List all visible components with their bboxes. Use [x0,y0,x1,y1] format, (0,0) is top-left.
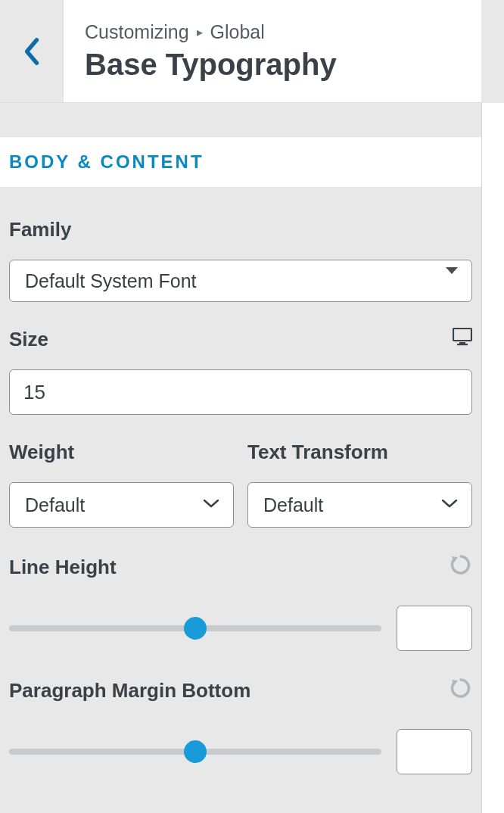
spacer [0,103,481,136]
line-height-label: Line Height [9,556,117,579]
paragraph-margin-bottom-slider-thumb[interactable] [184,740,207,763]
text-transform-label: Text Transform [247,441,472,464]
breadcrumb: Customizing ▸ Global [85,21,481,43]
family-select[interactable]: Default System Font [9,260,472,302]
paragraph-margin-bottom-value-input[interactable] [397,729,472,774]
svg-rect-2 [457,344,468,345]
size-label: Size [9,328,48,351]
text-transform-select-value: Default [263,494,323,516]
weight-select[interactable]: Default [9,482,234,528]
line-height-slider-thumb[interactable] [184,617,207,640]
line-height-reset-button[interactable] [450,553,472,581]
chevron-down-icon [441,498,458,512]
paragraph-margin-bottom-label: Paragraph Margin Bottom [9,679,250,702]
field-family: Family Default System Font [9,218,472,302]
reset-icon [450,677,472,699]
paragraph-margin-bottom-reset-button[interactable] [450,677,472,705]
back-button[interactable] [0,0,64,102]
line-height-slider[interactable] [9,625,381,631]
breadcrumb-separator-icon: ▸ [197,25,203,39]
preview-pane-edge [481,103,504,813]
section-heading-body-content: BODY & CONTENT [0,136,481,188]
reset-icon [450,553,472,576]
field-weight: Weight Default [9,441,234,528]
responsive-device-button[interactable] [453,328,472,351]
panel-title: Base Typography [85,48,481,82]
weight-select-value: Default [25,494,85,516]
line-height-value-input[interactable] [397,606,472,651]
field-paragraph-margin-bottom: Paragraph Margin Bottom [9,677,472,774]
chevron-left-icon [22,36,42,67]
field-size: Size [9,328,472,415]
family-label: Family [9,218,472,241]
panel-header: Customizing ▸ Global Base Typography [0,0,481,103]
panel-header-text: Customizing ▸ Global Base Typography [64,0,481,102]
breadcrumb-section: Global [210,21,265,43]
family-select-value: Default System Font [25,270,196,292]
svg-rect-1 [459,342,465,344]
desktop-icon [453,328,472,346]
text-transform-select[interactable]: Default [247,482,472,528]
breadcrumb-root: Customizing [85,21,189,43]
chevron-down-icon [203,498,219,512]
dropdown-triangle-icon [446,274,458,288]
svg-rect-0 [453,329,471,341]
field-text-transform: Text Transform Default [247,441,472,528]
weight-label: Weight [9,441,234,464]
field-line-height: Line Height [9,553,472,651]
size-input[interactable] [9,369,472,415]
paragraph-margin-bottom-slider[interactable] [9,749,381,755]
